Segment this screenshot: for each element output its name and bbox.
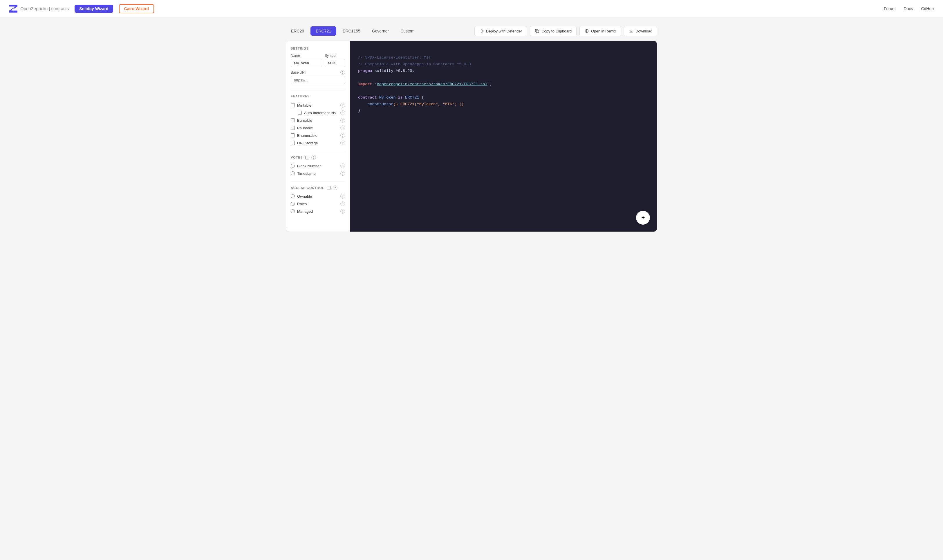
votes-label: VOTES xyxy=(291,155,303,159)
roles-radio[interactable] xyxy=(291,202,295,206)
toolbar-actions: Deploy with Defender Copy to Clipboard xyxy=(474,26,657,36)
uri-storage-label[interactable]: URI Storage xyxy=(297,141,318,145)
symbol-input[interactable] xyxy=(325,59,345,67)
header-left: Z OpenZeppelin | contracts Solidity Wiza… xyxy=(9,4,154,13)
pausable-help-icon[interactable]: ? xyxy=(340,126,345,130)
access-checkbox[interactable] xyxy=(327,186,330,190)
managed-help-icon[interactable]: ? xyxy=(340,209,345,214)
access-ownable-left: Ownable xyxy=(291,194,312,198)
timestamp-label[interactable]: Timestamp xyxy=(297,171,316,175)
code-panel: // SPDX-License-Identifier: MIT // Compa… xyxy=(350,41,657,232)
managed-radio[interactable] xyxy=(291,209,295,213)
github-link[interactable]: GitHub xyxy=(921,6,934,11)
code-contract-kw: contract xyxy=(358,95,377,100)
ownable-help-icon[interactable]: ? xyxy=(340,194,345,198)
votes-help-icon[interactable]: ? xyxy=(311,155,316,160)
divider-2 xyxy=(291,151,345,151)
toolbar-row: ERC20 ERC721 ERC1155 Governor Custom Dep… xyxy=(286,26,657,36)
tab-erc20[interactable]: ERC20 xyxy=(286,26,309,35)
code-constructor-kw: constructor xyxy=(367,102,393,106)
feature-pausable: Pausable ? xyxy=(291,124,345,132)
solidity-wizard-button[interactable]: Solidity Wizard xyxy=(74,5,113,13)
name-input[interactable] xyxy=(291,59,323,67)
ownable-radio[interactable] xyxy=(291,194,295,198)
forum-link[interactable]: Forum xyxy=(884,6,895,11)
code-pragma-kw: pragma xyxy=(358,69,372,73)
settings-label: SETTINGS xyxy=(291,47,345,50)
deploy-icon xyxy=(479,29,484,33)
feature-mintable: Mintable ? xyxy=(291,102,345,109)
feature-pausable-left: Pausable xyxy=(291,126,313,130)
vote-timestamp: Timestamp ? xyxy=(291,169,345,177)
access-managed-left: Managed xyxy=(291,209,313,214)
votes-checkbox[interactable] xyxy=(305,155,309,159)
burnable-help-icon[interactable]: ? xyxy=(340,118,345,123)
ownable-label[interactable]: Ownable xyxy=(297,194,312,198)
managed-label[interactable]: Managed xyxy=(297,209,313,214)
pausable-label[interactable]: Pausable xyxy=(297,126,313,130)
feature-mintable-left: Mintable xyxy=(291,103,311,108)
header: Z OpenZeppelin | contracts Solidity Wiza… xyxy=(0,0,943,17)
auto-increment-help-icon[interactable]: ? xyxy=(340,111,345,115)
base-uri-help-icon[interactable]: ? xyxy=(340,70,345,75)
download-button[interactable]: Download xyxy=(624,26,657,36)
access-section: ACCESS CONTROL ? Ownable ? Roles xyxy=(291,186,345,215)
vote-block-number: Block Number ? xyxy=(291,162,345,169)
name-field-group: Name xyxy=(291,54,323,67)
enumerable-checkbox[interactable] xyxy=(291,133,295,137)
docs-link[interactable]: Docs xyxy=(904,6,913,11)
auto-increment-checkbox[interactable] xyxy=(298,111,302,115)
content-area: SETTINGS Name Symbol Base URI ? xyxy=(286,41,657,232)
symbol-label: Symbol xyxy=(325,54,345,58)
burnable-label[interactable]: Burnable xyxy=(297,118,312,123)
enumerable-help-icon[interactable]: ? xyxy=(340,133,345,138)
roles-help-icon[interactable]: ? xyxy=(340,202,345,206)
block-number-label[interactable]: Block Number xyxy=(297,164,321,168)
access-label: ACCESS CONTROL xyxy=(291,186,324,189)
timestamp-help-icon[interactable]: ? xyxy=(340,171,345,175)
remix-button[interactable]: Open in Remix xyxy=(579,26,621,36)
remix-icon xyxy=(584,29,589,33)
vote-timestamp-left: Timestamp xyxy=(291,171,316,175)
cairo-wizard-button[interactable]: Cairo Wizard xyxy=(119,4,154,13)
tab-erc721[interactable]: ERC721 xyxy=(310,26,336,35)
code-contract-name: MyToken xyxy=(379,95,396,100)
feature-auto-increment: Auto Increment Ids ? xyxy=(291,109,345,117)
base-uri-input[interactable] xyxy=(291,76,345,85)
name-symbol-row: Name Symbol xyxy=(291,54,345,67)
base-uri-label-row: Base URI ? xyxy=(291,70,345,75)
base-uri-label: Base URI xyxy=(291,71,306,74)
features-label: FEATURES xyxy=(291,94,345,98)
tab-erc1155[interactable]: ERC1155 xyxy=(338,26,366,35)
pausable-checkbox[interactable] xyxy=(291,126,295,130)
name-label: Name xyxy=(291,54,323,58)
burnable-checkbox[interactable] xyxy=(291,118,295,122)
tab-governor[interactable]: Governor xyxy=(367,26,394,35)
mintable-checkbox[interactable] xyxy=(291,103,295,107)
divider-3 xyxy=(291,181,345,182)
main-wrapper: ERC20 ERC721 ERC1155 Governor Custom Dep… xyxy=(269,17,674,241)
code-comment-2: // Compatible with OpenZeppelin Contract… xyxy=(358,62,471,66)
access-help-icon[interactable]: ? xyxy=(333,186,338,190)
roles-label[interactable]: Roles xyxy=(297,202,307,206)
code-is-kw: is xyxy=(398,95,403,100)
uri-storage-checkbox[interactable] xyxy=(291,141,295,145)
deploy-button[interactable]: Deploy with Defender xyxy=(474,26,527,36)
svg-point-2 xyxy=(586,31,587,32)
tab-custom[interactable]: Custom xyxy=(395,26,420,35)
mintable-label[interactable]: Mintable xyxy=(297,103,311,108)
float-action-button[interactable]: ✦ xyxy=(636,211,650,225)
enumerable-label[interactable]: Enumerable xyxy=(297,133,318,138)
access-header: ACCESS CONTROL ? xyxy=(291,186,345,190)
timestamp-radio[interactable] xyxy=(291,171,295,175)
code-content: // SPDX-License-Identifier: MIT // Compa… xyxy=(358,48,649,121)
block-number-help-icon[interactable]: ? xyxy=(340,163,345,168)
copy-button[interactable]: Copy to Clipboard xyxy=(530,26,577,36)
block-number-radio[interactable] xyxy=(291,164,295,168)
base-uri-row: Base URI ? xyxy=(291,70,345,85)
mintable-help-icon[interactable]: ? xyxy=(340,103,345,108)
auto-increment-label[interactable]: Auto Increment Ids xyxy=(304,111,336,115)
settings-section: SETTINGS Name Symbol Base URI ? xyxy=(291,47,345,85)
uri-storage-help-icon[interactable]: ? xyxy=(340,141,345,145)
logo-area: Z OpenZeppelin | contracts xyxy=(9,5,69,13)
